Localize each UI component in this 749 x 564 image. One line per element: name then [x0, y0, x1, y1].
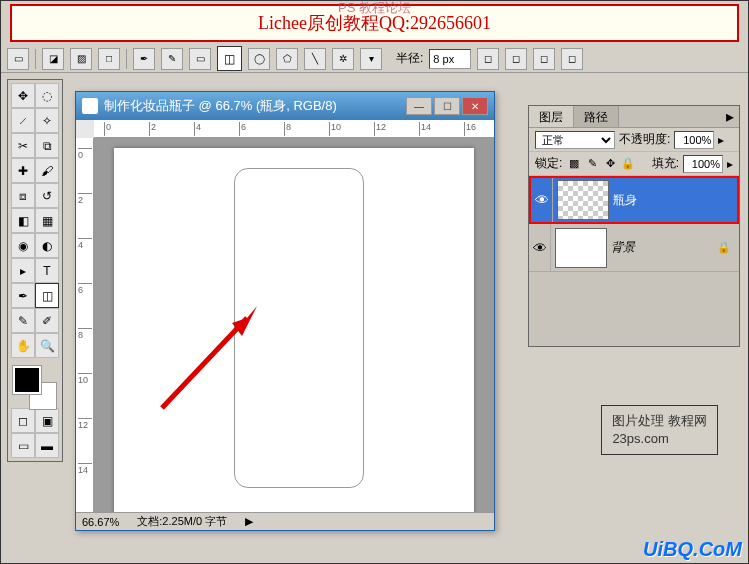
opacity-label: 不透明度: [619, 131, 670, 148]
path-mode-btn[interactable]: ◪ [42, 48, 64, 70]
annotation-arrow [152, 298, 272, 418]
canvas[interactable]: 画出瓶子轮廓并把新建一个图层命名为"瓶身"。 [114, 148, 474, 512]
opacity-input[interactable] [674, 131, 714, 149]
fill-arrow-icon[interactable]: ▸ [727, 157, 733, 171]
brush-tool[interactable]: 🖌 [35, 158, 59, 183]
panel-menu-icon[interactable]: ▸ [721, 106, 739, 127]
layers-panel: 图层 路径 ▸ 正常 不透明度: ▸ 锁定: ▩ ✎ ✥ 🔒 填充: ▸ 👁 [528, 105, 740, 347]
close-button[interactable]: ✕ [462, 97, 488, 115]
rect-shape-icon[interactable]: ▭ [189, 48, 211, 70]
maximize-button[interactable]: ☐ [434, 97, 460, 115]
blur-tool[interactable]: ◉ [11, 233, 35, 258]
hand-tool[interactable]: ✋ [11, 333, 35, 358]
blend-row: 正常 不透明度: ▸ [529, 128, 739, 152]
pen-icon[interactable]: ✒ [133, 48, 155, 70]
lock-pixels-icon[interactable]: ✎ [584, 157, 600, 170]
lock-transparency-icon[interactable]: ▩ [566, 157, 582, 170]
filesize-display: 文档:2.25M/0 字节 [137, 514, 227, 529]
ruler-tick: 16 [464, 122, 476, 136]
path-select-tool[interactable]: ▸ [11, 258, 35, 283]
move-tool[interactable]: ✥ [11, 83, 35, 108]
screen-full-icon[interactable]: ▬ [35, 433, 59, 458]
document-titlebar[interactable]: 制作化妆品瓶子 @ 66.7% (瓶身, RGB/8) — ☐ ✕ [76, 92, 494, 120]
fill-input[interactable] [683, 155, 723, 173]
notes-tool[interactable]: ✎ [11, 308, 35, 333]
options-bar: ▭ ◪ ▨ □ ✒ ✎ ▭ ◫ ◯ ⬠ ╲ ✲ ▾ 半径: ◻ ◻ ◻ ◻ [1, 45, 748, 73]
crop-tool[interactable]: ✂ [11, 133, 35, 158]
custom-shape-icon[interactable]: ✲ [332, 48, 354, 70]
gradient-tool[interactable]: ▦ [35, 208, 59, 233]
divider [35, 49, 36, 69]
layer-thumbnail[interactable] [557, 180, 609, 220]
minimize-button[interactable]: — [406, 97, 432, 115]
app-title-shadow: PS 教程论坛 [338, 0, 411, 17]
lock-all-icon[interactable]: 🔒 [620, 157, 636, 170]
document-icon [82, 98, 98, 114]
layer-item[interactable]: 👁 背景 🔒 [529, 224, 739, 272]
toolbox: ✥◌ ⟋✧ ✂⧉ ✚🖌 ⧈↺ ◧▦ ◉◐ ▸T ✒◫ ✎✐ ✋🔍 ◻▣ ▭▬ [7, 79, 63, 462]
eraser-tool[interactable]: ◧ [11, 208, 35, 233]
ruler-tick: 2 [78, 193, 92, 205]
combine-intersect-icon[interactable]: ◻ [533, 48, 555, 70]
shape-tool[interactable]: ◫ [35, 283, 59, 308]
freeform-pen-icon[interactable]: ✎ [161, 48, 183, 70]
combine-exclude-icon[interactable]: ◻ [561, 48, 583, 70]
ruler-tick: 8 [284, 122, 291, 136]
history-brush-tool[interactable]: ↺ [35, 183, 59, 208]
lock-indicator-icon: 🔒 [717, 241, 731, 254]
tool-preset-btn[interactable]: ▭ [7, 48, 29, 70]
dodge-tool[interactable]: ◐ [35, 233, 59, 258]
blend-mode-select[interactable]: 正常 [535, 131, 615, 149]
type-tool[interactable]: T [35, 258, 59, 283]
combine-add-icon[interactable]: ◻ [477, 48, 499, 70]
ruler-tick: 14 [419, 122, 431, 136]
layer-item[interactable]: 👁 瓶身 [529, 176, 739, 224]
layer-name-label[interactable]: 瓶身 [613, 192, 737, 209]
combine-subtract-icon[interactable]: ◻ [505, 48, 527, 70]
status-arrow-icon[interactable]: ▶ [245, 515, 253, 528]
polygon-shape-icon[interactable]: ⬠ [276, 48, 298, 70]
stamp-tool[interactable]: ⧈ [11, 183, 35, 208]
pen-tool[interactable]: ✒ [11, 283, 35, 308]
shape-mode-btn[interactable]: ▨ [70, 48, 92, 70]
ruler-tick: 14 [78, 463, 92, 475]
lock-position-icon[interactable]: ✥ [602, 157, 618, 170]
dropdown-arrow-icon[interactable]: ▾ [360, 48, 382, 70]
radius-input[interactable] [429, 49, 471, 69]
canvas-area[interactable]: 画出瓶子轮廓并把新建一个图层命名为"瓶身"。 [94, 138, 494, 512]
panel-tabs: 图层 路径 ▸ [529, 106, 739, 128]
svg-line-0 [162, 318, 247, 408]
layer-name-label[interactable]: 背景 [611, 239, 717, 256]
opacity-arrow-icon[interactable]: ▸ [718, 133, 724, 147]
lasso-tool[interactable]: ⟋ [11, 108, 35, 133]
layer-thumbnail[interactable] [555, 228, 607, 268]
visibility-toggle[interactable]: 👁 [529, 224, 551, 271]
ellipse-shape-icon[interactable]: ◯ [248, 48, 270, 70]
zoom-display[interactable]: 66.67% [82, 516, 119, 528]
screenmode-toggle[interactable]: ▣ [35, 408, 59, 433]
ruler-tick: 10 [329, 122, 341, 136]
radius-label: 半径: [396, 50, 423, 67]
document-window: 制作化妆品瓶子 @ 66.7% (瓶身, RGB/8) — ☐ ✕ 0 2 4 … [75, 91, 495, 531]
quickmask-toggle[interactable]: ◻ [11, 408, 35, 433]
visibility-toggle[interactable]: 👁 [531, 178, 553, 222]
wand-tool[interactable]: ✧ [35, 108, 59, 133]
document-title-text: 制作化妆品瓶子 @ 66.7% (瓶身, RGB/8) [104, 97, 337, 115]
ruler-tick: 4 [194, 122, 201, 136]
lock-label: 锁定: [535, 155, 562, 172]
tab-layers[interactable]: 图层 [529, 106, 574, 127]
watermark-box: 图片处理 教程网 23ps.com [601, 405, 718, 455]
fill-mode-btn[interactable]: □ [98, 48, 120, 70]
heal-tool[interactable]: ✚ [11, 158, 35, 183]
marquee-tool[interactable]: ◌ [35, 83, 59, 108]
eyedropper-tool[interactable]: ✐ [35, 308, 59, 333]
line-shape-icon[interactable]: ╲ [304, 48, 326, 70]
screen-std-icon[interactable]: ▭ [11, 433, 35, 458]
rounded-rect-shape-icon[interactable]: ◫ [217, 46, 242, 71]
tab-paths[interactable]: 路径 [574, 106, 619, 127]
zoom-tool[interactable]: 🔍 [35, 333, 59, 358]
slice-tool[interactable]: ⧉ [35, 133, 59, 158]
ruler-tick: 8 [78, 328, 92, 340]
watermark-line2: 23ps.com [612, 430, 707, 448]
foreground-color-swatch[interactable] [13, 366, 41, 394]
